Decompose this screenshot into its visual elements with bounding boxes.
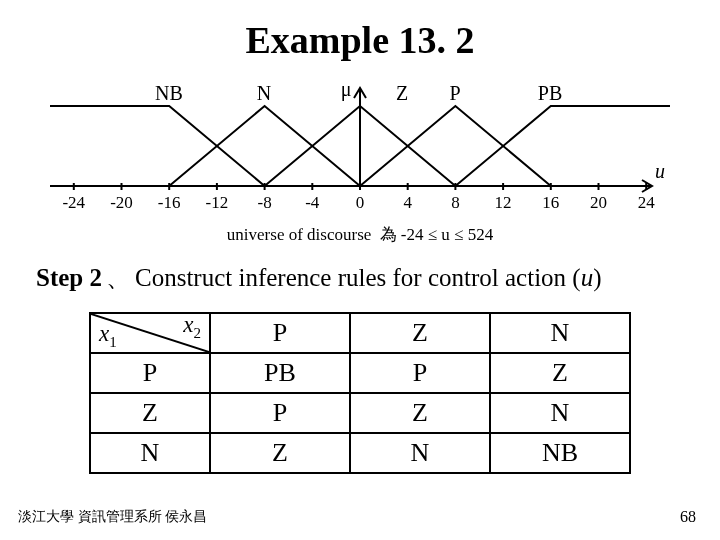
step-text: Construct inference rules for control ac… (135, 264, 581, 291)
cell: P (350, 353, 490, 393)
mu-label: μ (341, 78, 352, 101)
row-header: Z (90, 393, 210, 433)
step-sep: 、 (106, 264, 131, 291)
fuzzy-label-z: Z (396, 82, 408, 104)
x2-label: x2 (183, 312, 201, 342)
col-header: Z (350, 313, 490, 353)
footer-credit: 淡江大學 資訊管理系所 侯永昌 (18, 508, 207, 526)
tick-label: -16 (158, 193, 181, 212)
tick-label: 24 (638, 193, 656, 212)
fuzzy-label-nb: NB (155, 82, 183, 104)
cell: N (490, 393, 630, 433)
inference-rule-table: x1 x2 P Z N P PB P Z Z P Z N N Z N NB (89, 312, 631, 474)
step-label: Step 2 (36, 264, 102, 291)
caption-cjk: 為 (380, 225, 397, 244)
tick-label: -24 (62, 193, 85, 212)
tick-label: 0 (356, 193, 365, 212)
step-close: ) (593, 264, 601, 291)
tick-label: -4 (305, 193, 320, 212)
table-corner: x1 x2 (90, 313, 210, 353)
cell: PB (210, 353, 350, 393)
cell: Z (490, 353, 630, 393)
tick-label: -12 (206, 193, 229, 212)
step-var: u (581, 264, 594, 291)
col-header: P (210, 313, 350, 353)
tick-label: 16 (542, 193, 559, 212)
fuzzy-label-n: N (257, 82, 271, 104)
tick-label: 8 (451, 193, 460, 212)
row-header: N (90, 433, 210, 473)
cell: NB (490, 433, 630, 473)
fuzzy-label-pb: PB (538, 82, 562, 104)
tick-label: 20 (590, 193, 607, 212)
x1-label: x1 (99, 321, 117, 351)
cell: N (350, 433, 490, 473)
page-title: Example 13. 2 (0, 0, 720, 62)
row-header: P (90, 353, 210, 393)
cell: Z (350, 393, 490, 433)
step-line: Step 2、Construct inference rules for con… (36, 261, 720, 294)
tick-label: 4 (403, 193, 412, 212)
page-number: 68 (680, 508, 696, 526)
col-header: N (490, 313, 630, 353)
tick-label: -8 (258, 193, 272, 212)
tick-label: -20 (110, 193, 133, 212)
axis-var: u (655, 160, 665, 182)
svg-text:universe of discourse
      為
: universe of discourse 為 -24 ≤ u ≤ 524 (227, 225, 494, 244)
caption-math: -24 ≤ u ≤ 524 (401, 225, 494, 244)
cell: P (210, 393, 350, 433)
membership-diagram: NB N Z P PB μ u -24 -20 -16 -12 -8 -4 0 … (50, 78, 670, 253)
tick-label: 12 (495, 193, 512, 212)
cell: Z (210, 433, 350, 473)
caption-prefix: universe of discourse (227, 225, 371, 244)
fuzzy-label-p: P (449, 82, 460, 104)
